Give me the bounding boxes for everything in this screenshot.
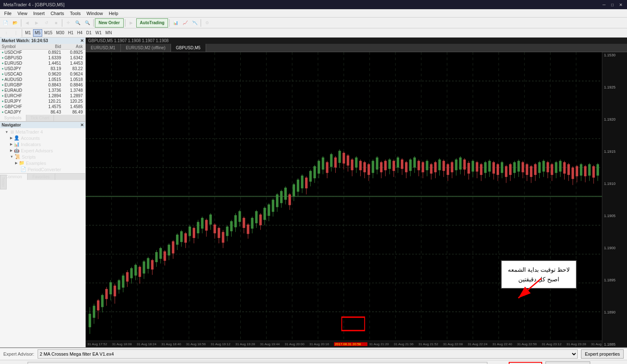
svg-rect-174 — [388, 159, 391, 169]
market-watch-row[interactable]: ● CADJPY 86.43 86.49 — [0, 109, 85, 115]
market-watch-row[interactable]: ● EURUSD 1.4451 1.4453 — [0, 61, 85, 66]
stop-btn[interactable]: ■ — [51, 18, 61, 28]
menu-help[interactable]: Help — [106, 10, 121, 16]
tf-h4[interactable]: H4 — [76, 29, 84, 37]
market-watch-row[interactable]: ● EURAUD 1.3736 1.3748 — [0, 88, 85, 93]
refresh-btn[interactable]: ↺ — [42, 18, 51, 28]
tf-m15[interactable]: M15 — [43, 29, 54, 37]
navigator-close[interactable]: ✕ — [80, 123, 84, 127]
svg-rect-40 — [110, 282, 112, 294]
svg-rect-230 — [505, 166, 507, 177]
maximize-btn[interactable]: □ — [609, 2, 615, 8]
svg-rect-244 — [534, 164, 537, 175]
svg-rect-202 — [447, 164, 449, 175]
nav-indicators[interactable]: ▶ 📊 Indicators — [0, 141, 85, 147]
market-watch-row[interactable]: ● AUDUSD 1.0515 1.0518 — [0, 77, 85, 82]
line-btn[interactable]: | — [11, 28, 20, 38]
nav-tab-favorites[interactable]: Favorites — [28, 174, 55, 180]
nav-accounts-label: Accounts — [21, 136, 40, 141]
auto-trading-btn[interactable]: AutoTrading — [136, 18, 168, 28]
chart-tab-gbpusd-m5[interactable]: GBPUSD,M5 — [171, 44, 206, 52]
nav-examples[interactable]: ▶ 📁 Examples — [0, 160, 85, 166]
expand-icon: ▼ — [10, 155, 13, 159]
period-select[interactable]: M5 — [509, 362, 542, 364]
close-btn[interactable]: ✕ — [618, 2, 624, 8]
svg-rect-94 — [222, 232, 224, 243]
market-watch-row[interactable]: ● USDCAD 0.9620 0.9624 — [0, 71, 85, 77]
svg-rect-118 — [272, 200, 274, 212]
new-order-btn[interactable]: New Order — [95, 18, 124, 28]
symbol-select[interactable]: GBPUSD, Great Britain Pound vs US Dollar — [28, 362, 487, 364]
chart-candle-btn[interactable]: 📈 — [181, 18, 190, 28]
tf-d1[interactable]: D1 — [84, 29, 93, 37]
menu-view[interactable]: View — [15, 10, 30, 16]
tf-w1[interactable]: W1 — [94, 29, 103, 37]
symbol-properties-btn[interactable]: Symbol properties — [545, 361, 590, 364]
back-btn[interactable]: ◀ — [23, 18, 32, 28]
menu-insert[interactable]: Insert — [31, 10, 47, 16]
svg-rect-134 — [305, 178, 308, 189]
menu-charts[interactable]: Charts — [48, 10, 66, 16]
chart-header: GBPUSD,M5 1.1907 1.1908 1.1907 1.1908 — [86, 38, 627, 44]
nav-expert-advisors[interactable]: ▶ 🤖 Expert Advisors — [0, 147, 85, 154]
svg-rect-92 — [218, 228, 220, 238]
ea-select[interactable]: 2 MA Crosses Mega filter EA V1.ex4 — [38, 349, 578, 359]
ea-row: Expert Advisor: 2 MA Crosses Mega filter… — [0, 348, 627, 360]
svg-rect-166 — [372, 161, 374, 173]
svg-rect-238 — [522, 162, 524, 172]
svg-rect-256 — [559, 161, 561, 172]
open-btn[interactable]: 📂 — [10, 18, 20, 28]
forward-btn[interactable]: ▶ — [32, 18, 41, 28]
tf-m30[interactable]: M30 — [54, 29, 66, 37]
zoom-out-btn[interactable]: 🔍 — [83, 18, 92, 28]
market-watch-tabs: Symbols Tick Chart — [0, 115, 85, 121]
chart-canvas[interactable]: 1.1530 1.1925 1.1920 1.1915 1.1910 1.190… — [86, 52, 627, 347]
tf-m5[interactable]: M5 — [33, 29, 42, 37]
mw-tab-symbols[interactable]: Symbols — [0, 115, 26, 121]
market-watch-row[interactable]: ● GBPUSD 1.6339 1.6342 — [0, 55, 85, 61]
svg-rect-266 — [580, 164, 582, 175]
accounts-icon: 👤 — [14, 135, 20, 141]
mw-tab-tick[interactable]: Tick Chart — [26, 115, 54, 121]
menu-tools[interactable]: Tools — [67, 10, 83, 16]
title-bar: MetaTrader 4 - [GBPUSD,M5] ─ □ ✕ — [0, 0, 627, 9]
menu-window[interactable]: Window — [84, 10, 105, 16]
svg-rect-82 — [197, 222, 199, 233]
chart-bar-btn[interactable]: 📊 — [171, 18, 180, 28]
nav-accounts[interactable]: ▶ 👤 Accounts — [0, 135, 85, 141]
ea-label: Expert Advisor: — [3, 351, 34, 356]
expand-btn[interactable]: ↕ — [2, 28, 11, 38]
indicators-btn[interactable]: ⚙ — [202, 18, 212, 28]
market-watch-row[interactable]: ● EURGBP 0.8843 0.8846 — [0, 82, 85, 88]
market-watch-row[interactable]: ● EURJPY 120.21 120.25 — [0, 99, 85, 104]
tf-m1[interactable]: M1 — [23, 29, 33, 37]
menu-file[interactable]: File — [2, 10, 14, 16]
svg-rect-136 — [309, 171, 312, 182]
market-watch-row[interactable]: ● EURCHF 1.2894 1.2897 — [0, 93, 85, 99]
svg-rect-130 — [297, 179, 299, 192]
market-watch-row[interactable]: ● USDJPY 83.19 83.22 — [0, 66, 85, 71]
svg-rect-178 — [397, 157, 399, 167]
nav-period-converter[interactable]: 📄 PeriodConverter — [0, 166, 85, 172]
navigator-tabs: Common Favorites — [0, 173, 85, 180]
tf-mn[interactable]: MN — [104, 29, 114, 37]
chart-line-btn[interactable]: 📉 — [190, 18, 199, 28]
crosshair-btn[interactable]: ✛ — [64, 18, 73, 28]
new-chart-btn[interactable]: 📄 — [1, 18, 10, 28]
expert-properties-btn[interactable]: Expert properties — [581, 349, 624, 359]
expand-icon: ▶ — [10, 142, 13, 146]
market-watch-row[interactable]: ● GBPCHF 1.4575 1.4585 — [0, 104, 85, 109]
svg-rect-102 — [239, 211, 241, 222]
chart-tab-eurusd-m2[interactable]: EURUSD,M2 (offline) — [121, 44, 171, 52]
side-vertical-tab[interactable]: Tester — [0, 175, 7, 190]
tf-h1[interactable]: H1 — [66, 29, 75, 37]
nav-scripts[interactable]: ▼ 📜 Scripts — [0, 154, 85, 160]
zoom-in-btn[interactable]: 🔍 — [73, 18, 82, 28]
market-watch-row[interactable]: ● USDCHF 0.8921 0.8925 — [0, 50, 85, 55]
svg-rect-176 — [393, 161, 395, 171]
nav-metatrader4-label: MetaTrader 4 — [15, 129, 43, 134]
nav-metatrader4[interactable]: ▼ 🖥 MetaTrader 4 — [0, 129, 85, 135]
market-watch-close[interactable]: ✕ — [80, 38, 84, 43]
minimize-btn[interactable]: ─ — [601, 2, 607, 8]
chart-tab-eurusd-m1[interactable]: EURUSD,M1 — [86, 44, 121, 52]
